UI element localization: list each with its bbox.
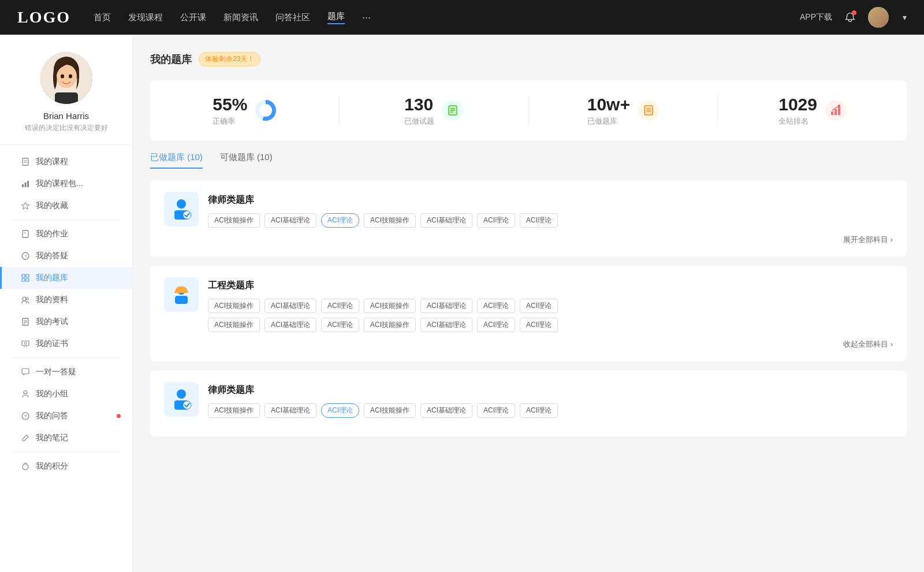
page-title: 我的题库 <box>150 53 192 66</box>
expand-link-1[interactable]: 展开全部科目 › <box>843 235 893 244</box>
bank-card-lawyer-1: 律师类题库 ACI技能操作 ACI基础理论 ACI理论 ACI技能操作 ACI基… <box>150 180 907 257</box>
stat-done-banks: 10w+ 已做题库 <box>529 94 718 127</box>
nav-news[interactable]: 新闻资讯 <box>223 12 258 23</box>
bar-chart-icon <box>21 179 30 188</box>
svg-rect-19 <box>22 278 25 281</box>
notification-dot <box>852 10 856 15</box>
svg-rect-9 <box>22 184 24 187</box>
lawyer-bank-icon-2 <box>164 382 199 417</box>
tag-item[interactable]: ACI基础理论 <box>264 318 316 332</box>
svg-rect-41 <box>644 106 653 115</box>
homework-icon <box>21 229 30 239</box>
svg-rect-46 <box>834 109 837 115</box>
sidebar-item-certificates[interactable]: 我的证书 <box>0 333 132 355</box>
collapse-link[interactable]: 收起全部科目 › <box>843 340 893 348</box>
tag-item[interactable]: ACI技能操作 <box>208 318 260 332</box>
divider-2 <box>12 358 121 358</box>
accuracy-pie-chart <box>255 100 276 121</box>
qa-dot <box>117 414 121 418</box>
avatar-image <box>868 7 889 28</box>
stat-accuracy: 55% 正确率 <box>150 94 340 127</box>
sidebar-item-courses[interactable]: 我的课程 <box>0 151 132 173</box>
tag-item[interactable]: ACI基础理论 <box>420 213 472 228</box>
tag-item[interactable]: ACI基础理论 <box>420 403 472 418</box>
nav-home[interactable]: 首页 <box>94 12 111 23</box>
svg-point-21 <box>23 297 26 300</box>
nav-bank[interactable]: 题库 <box>327 11 345 24</box>
svg-point-49 <box>177 199 186 209</box>
svg-rect-45 <box>831 112 833 115</box>
nav-qa[interactable]: 问答社区 <box>275 12 310 23</box>
tabs-row: 已做题库 (10) 可做题库 (10) <box>150 152 907 169</box>
svg-rect-17 <box>22 274 25 277</box>
sidebar-item-course-packages[interactable]: 我的课程包... <box>0 173 132 195</box>
nav-discover[interactable]: 发现课程 <box>128 12 163 23</box>
sidebar-item-my-qa[interactable]: ? 我的问答 <box>0 405 132 427</box>
app-download[interactable]: APP下载 <box>800 12 832 23</box>
tag-item[interactable]: ACI理论 <box>520 213 558 228</box>
question-circle-icon: ? <box>21 251 30 261</box>
tag-item[interactable]: ACI基础理论 <box>420 318 472 332</box>
tag-item[interactable]: ACI理论 <box>520 318 558 332</box>
tag-item[interactable]: ACI基础理论 <box>264 299 316 313</box>
edit-icon <box>21 433 30 443</box>
sidebar-item-one-on-one[interactable]: 一对一答疑 <box>0 361 132 383</box>
file-text-icon <box>21 317 30 326</box>
nav-more[interactable]: ··· <box>362 12 371 24</box>
lawyer-tags-row-1: ACI技能操作 ACI基础理论 ACI理论 ACI技能操作 ACI基础理论 AC… <box>208 213 893 228</box>
page-header: 我的题库 体验剩余23天！ <box>150 52 907 66</box>
tag-item[interactable]: ACI理论 <box>477 318 515 332</box>
tag-item[interactable]: ACI技能操作 <box>208 299 260 313</box>
sidebar-item-groups[interactable]: 我的小组 <box>0 383 132 405</box>
tag-item[interactable]: ACI技能操作 <box>208 403 260 418</box>
stat-accuracy-label: 正确率 <box>213 116 247 127</box>
tag-item[interactable]: ACI理论 <box>477 403 515 418</box>
stats-card: 55% 正确率 130 已做试题 10w+ 已做题库 <box>150 80 907 140</box>
tag-item[interactable]: ACI理论 <box>520 403 558 418</box>
sidebar-item-notes[interactable]: 我的笔记 <box>0 427 132 449</box>
svg-rect-31 <box>22 369 29 374</box>
sidebar-item-qa[interactable]: ? 我的答疑 <box>0 245 132 267</box>
main-content: 我的题库 体验剩余23天！ 55% 正确率 130 已做试题 <box>133 35 924 572</box>
tag-item[interactable]: ACI基础理论 <box>420 299 472 313</box>
tag-item[interactable]: ACI基础理论 <box>264 213 316 228</box>
sidebar-item-points[interactable]: 我的积分 <box>0 455 132 477</box>
svg-rect-5 <box>55 92 78 104</box>
sidebar-item-question-bank[interactable]: 我的题库 <box>0 267 132 289</box>
chat-icon <box>21 367 30 377</box>
tag-item[interactable]: ACI技能操作 <box>364 213 416 228</box>
stat-rank-label: 全站排名 <box>778 116 817 127</box>
ranking-icon <box>825 100 846 121</box>
tag-item[interactable]: ACI技能操作 <box>364 403 416 418</box>
tag-item[interactable]: ACI理论 <box>520 299 558 313</box>
dropdown-arrow[interactable]: ▾ <box>903 13 907 22</box>
tag-item[interactable]: ACI技能操作 <box>364 318 416 332</box>
avatar[interactable] <box>868 7 889 28</box>
stat-accuracy-value: 55% <box>213 94 247 115</box>
svg-rect-47 <box>838 107 840 115</box>
trial-badge: 体验剩余23天！ <box>199 52 260 66</box>
tag-item[interactable]: ACI技能操作 <box>364 299 416 313</box>
logo[interactable]: LOGO <box>17 8 70 27</box>
tag-item[interactable]: ACI理论 <box>477 299 515 313</box>
tag-item-active[interactable]: ACI理论 <box>321 403 359 418</box>
tag-item-active[interactable]: ACI理论 <box>321 213 359 228</box>
tag-item[interactable]: ACI理论 <box>477 213 515 228</box>
nav-open-course[interactable]: 公开课 <box>180 12 206 23</box>
lawyer-bank-icon-1 <box>164 192 199 226</box>
sidebar-item-profile[interactable]: 我的资料 <box>0 289 132 311</box>
tab-available-banks[interactable]: 可做题库 (10) <box>220 152 273 169</box>
tag-item[interactable]: ACI理论 <box>321 318 359 332</box>
svg-rect-11 <box>27 181 29 187</box>
tag-item[interactable]: ACI基础理论 <box>264 403 316 418</box>
tab-done-banks[interactable]: 已做题库 (10) <box>150 152 203 169</box>
sidebar-item-favorites[interactable]: 我的收藏 <box>0 195 132 217</box>
sidebar-item-homework[interactable]: 我的作业 <box>0 223 132 245</box>
svg-point-55 <box>177 389 186 399</box>
sidebar-item-exams[interactable]: 我的考试 <box>0 311 132 333</box>
tag-item[interactable]: ACI理论 <box>321 299 359 313</box>
engineer-tags-row-2: ACI技能操作 ACI基础理论 ACI理论 ACI技能操作 ACI基础理论 AC… <box>208 318 893 332</box>
svg-point-35 <box>23 464 28 470</box>
tag-item[interactable]: ACI技能操作 <box>208 213 260 228</box>
notification-bell[interactable] <box>844 10 856 25</box>
